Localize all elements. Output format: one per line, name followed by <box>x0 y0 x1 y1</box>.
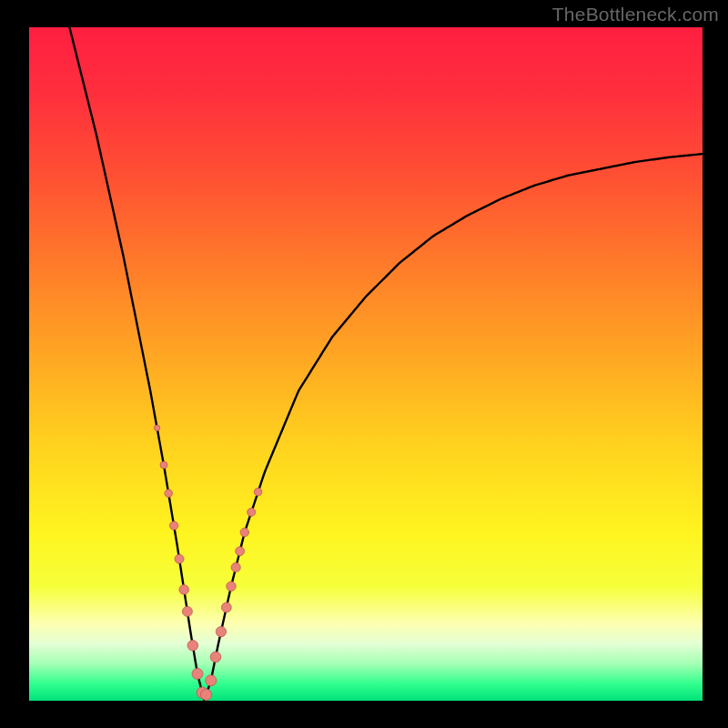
data-dot <box>160 461 167 469</box>
data-dot <box>216 627 226 637</box>
bottleneck-chart <box>29 27 703 701</box>
data-dot <box>231 562 240 571</box>
data-dot <box>175 554 184 563</box>
data-dot <box>236 547 245 556</box>
gradient-background <box>29 27 703 701</box>
data-dot <box>210 652 221 662</box>
chart-stage: TheBottleneck.com <box>0 0 728 728</box>
data-dot <box>182 606 192 616</box>
data-dot <box>154 425 159 430</box>
data-dot <box>169 521 177 530</box>
data-dot <box>192 668 203 679</box>
site-watermark: TheBottleneck.com <box>552 4 719 25</box>
data-dot <box>187 641 198 652</box>
data-dot <box>165 490 173 498</box>
data-dot <box>248 508 256 516</box>
data-dot <box>240 528 248 536</box>
data-dot <box>200 689 211 700</box>
data-dot <box>179 585 189 595</box>
data-dot <box>206 675 217 686</box>
plot-area <box>29 27 703 701</box>
data-dot <box>221 602 231 612</box>
data-dot <box>227 581 237 592</box>
data-dot <box>254 488 262 496</box>
